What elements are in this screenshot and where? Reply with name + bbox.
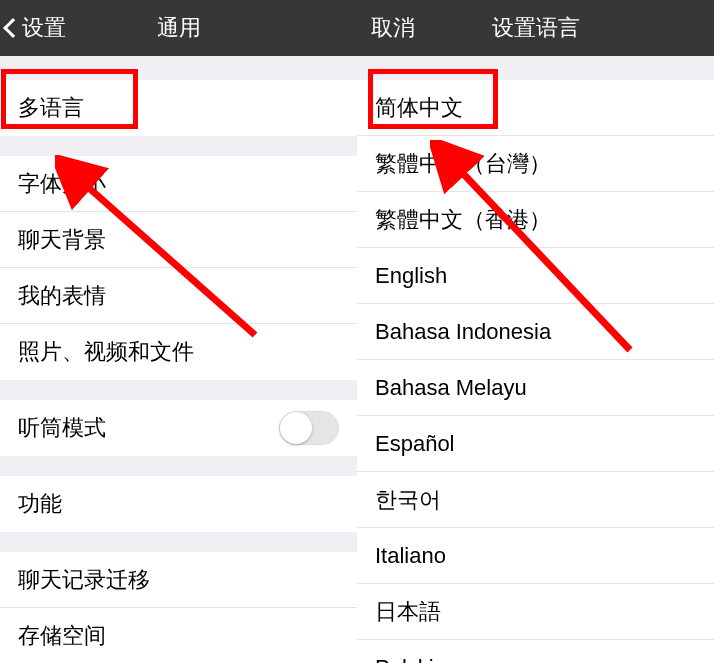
row-label: 聊天背景 [18, 225, 339, 255]
row-multilanguage[interactable]: 多语言 [0, 80, 357, 136]
back-button[interactable]: 设置 [0, 13, 66, 43]
row-label: 照片、视频和文件 [18, 337, 339, 367]
settings-group: 多语言 [0, 80, 357, 136]
language-settings-screen: 取消 设置语言 简体中文 繁體中文（台灣） 繁體中文（香港） English B… [357, 0, 714, 663]
row-chat-background[interactable]: 聊天背景 [0, 212, 357, 268]
lang-option-spanish[interactable]: Español [357, 416, 714, 472]
general-settings-screen: 设置 通用 多语言 字体大小 聊天背景 我的表情 照片、视频和文件 [0, 0, 357, 663]
page-title: 设置语言 [492, 13, 580, 43]
row-label: 听筒模式 [18, 413, 279, 443]
lang-option-korean[interactable]: 한국어 [357, 472, 714, 528]
lang-label: Español [375, 431, 455, 457]
header-bar: 取消 设置语言 [357, 0, 714, 56]
lang-option-malay[interactable]: Bahasa Melayu [357, 360, 714, 416]
lang-label: 繁體中文（台灣） [375, 149, 551, 179]
row-label: 功能 [18, 489, 339, 519]
language-list: 简体中文 繁體中文（台灣） 繁體中文（香港） English Bahasa In… [357, 80, 714, 663]
earpiece-toggle[interactable] [279, 411, 339, 445]
row-features[interactable]: 功能 [0, 476, 357, 532]
row-font-size[interactable]: 字体大小 [0, 156, 357, 212]
lang-label: English [375, 263, 447, 289]
lang-label: 简体中文 [375, 93, 463, 123]
row-storage[interactable]: 存储空间 [0, 608, 357, 663]
row-earpiece-mode[interactable]: 听筒模式 [0, 400, 357, 456]
cancel-button[interactable]: 取消 [357, 13, 415, 43]
lang-label: Bahasa Melayu [375, 375, 527, 401]
lang-option-indonesian[interactable]: Bahasa Indonesia [357, 304, 714, 360]
chevron-left-icon [3, 18, 23, 38]
row-photos-videos-files[interactable]: 照片、视频和文件 [0, 324, 357, 380]
row-label: 聊天记录迁移 [18, 565, 339, 595]
lang-option-polish[interactable]: Polski [357, 640, 714, 663]
lang-option-japanese[interactable]: 日本語 [357, 584, 714, 640]
lang-label: 繁體中文（香港） [375, 205, 551, 235]
lang-label: Bahasa Indonesia [375, 319, 551, 345]
row-my-stickers[interactable]: 我的表情 [0, 268, 357, 324]
row-label: 我的表情 [18, 281, 339, 311]
lang-label: Polski [375, 655, 434, 664]
lang-option-english[interactable]: English [357, 248, 714, 304]
lang-option-italian[interactable]: Italiano [357, 528, 714, 584]
lang-label: Italiano [375, 543, 446, 569]
lang-option-traditional-taiwan[interactable]: 繁體中文（台灣） [357, 136, 714, 192]
settings-group: 聊天记录迁移 存储空间 [0, 552, 357, 663]
lang-label: 日本語 [375, 597, 441, 627]
row-label: 存储空间 [18, 621, 339, 651]
settings-group: 听筒模式 [0, 400, 357, 456]
toggle-knob-icon [280, 412, 312, 444]
back-label: 设置 [22, 13, 66, 43]
row-label: 字体大小 [18, 169, 339, 199]
row-label: 多语言 [18, 93, 339, 123]
row-chat-migration[interactable]: 聊天记录迁移 [0, 552, 357, 608]
page-title: 通用 [157, 13, 201, 43]
lang-option-traditional-hongkong[interactable]: 繁體中文（香港） [357, 192, 714, 248]
settings-group: 功能 [0, 476, 357, 532]
header-bar: 设置 通用 [0, 0, 357, 56]
lang-option-simplified-chinese[interactable]: 简体中文 [357, 80, 714, 136]
settings-group: 字体大小 聊天背景 我的表情 照片、视频和文件 [0, 156, 357, 380]
lang-label: 한국어 [375, 485, 441, 515]
